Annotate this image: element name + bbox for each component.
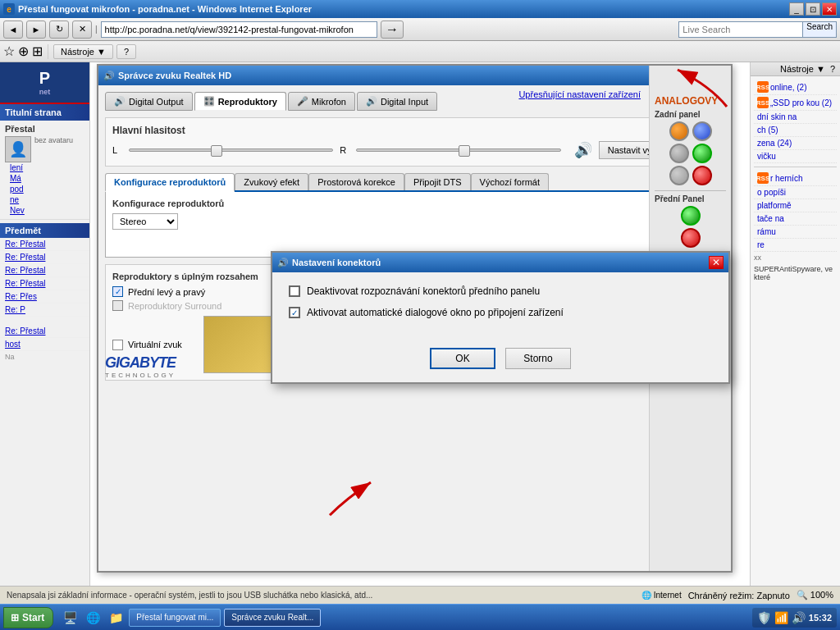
stop-button[interactable]: ✕ <box>72 21 92 39</box>
search-button[interactable]: Search <box>802 22 836 37</box>
help-icon[interactable]: ? <box>830 64 835 74</box>
tab-digital-input[interactable]: 🔊 Digital Input <box>357 92 437 111</box>
right-item-10[interactable]: tače na <box>754 212 837 226</box>
sidebar-hosted[interactable]: host <box>0 338 89 351</box>
settings-link[interactable]: Upřesňující nastavení zařízení <box>518 89 641 99</box>
avatar-label: bez avataru <box>34 136 73 162</box>
taskbar: ⊞ Start 🖥️ 🌐 📁 Přestal fungovat mi... Sp… <box>0 604 840 630</box>
front-connector-red <box>681 228 701 248</box>
sidebar-item-3[interactable]: Re: Přestal <box>0 264 89 277</box>
left-slider-thumb[interactable] <box>211 145 222 157</box>
forward-button[interactable]: ► <box>26 21 46 39</box>
refresh-button[interactable]: ↻ <box>49 21 69 39</box>
virtual-sound-label: Virtuální zvuk <box>128 340 182 349</box>
right-slider-thumb[interactable] <box>459 145 470 157</box>
gigabyte-sub: TECHNOLOGY <box>105 372 176 379</box>
start-button[interactable]: ⊞ Start <box>3 607 53 628</box>
settings-tab-prostorova[interactable]: Prostorová korekce <box>308 173 404 190</box>
gigabyte-text: GIGABYTE <box>105 354 176 372</box>
add-favorites[interactable]: ⊕ <box>18 43 29 59</box>
volume-tray-icon[interactable]: 🔊 <box>792 611 806 624</box>
search-input[interactable] <box>679 22 802 37</box>
sidebar-item-6[interactable]: Re: P <box>0 304 89 317</box>
right-item-12[interactable]: re <box>754 239 837 252</box>
tools-button[interactable]: Nástroje ▼ <box>53 44 113 59</box>
tab-mikrofon[interactable]: 🎤 Mikrofon <box>288 92 355 111</box>
close-button[interactable]: ✕ <box>822 2 837 16</box>
dialog-cancel-button[interactable]: Storno <box>505 348 571 369</box>
right-item-6[interactable]: vičku <box>754 150 837 163</box>
virtual-sound-checkbox[interactable] <box>112 340 123 350</box>
tools-label[interactable]: Nástroje ▼ <box>780 64 825 74</box>
dialog-option2-label: Aktivovat automatické dialogové okno po … <box>307 307 564 318</box>
surround-checkbox[interactable] <box>112 300 123 311</box>
right-slider[interactable] <box>356 148 560 152</box>
user-link-1[interactable]: lení <box>5 162 84 173</box>
back-connectors-row2 <box>655 144 726 163</box>
dialog-checkbox2[interactable] <box>289 307 300 318</box>
favorites-star[interactable]: ☆ <box>3 43 15 59</box>
taskbar-window2[interactable]: Správce zvuku Realt... <box>224 609 321 627</box>
show-desktop-btn[interactable]: 🖥️ <box>60 608 80 628</box>
minimize-button[interactable]: _ <box>789 2 804 16</box>
settings-tab-dts[interactable]: Připojit DTS <box>404 173 471 190</box>
folder-btn[interactable]: 📁 <box>106 608 126 628</box>
dialog-ok-button[interactable]: OK <box>430 348 495 369</box>
site-logo[interactable]: P net <box>0 62 89 104</box>
connector-green <box>692 144 712 163</box>
go-button[interactable]: → <box>381 21 404 39</box>
browser-titlebar: e Přestal fungovat mikrofon - poradna.ne… <box>0 0 840 18</box>
address-bar[interactable] <box>101 21 377 38</box>
left-slider[interactable] <box>129 148 333 152</box>
separator <box>48 44 48 59</box>
left-label: L <box>112 145 122 155</box>
logo-sub: net <box>3 88 86 96</box>
sidebar-item-1[interactable]: Re: Přestal <box>0 238 89 251</box>
right-item-8[interactable]: o popíši <box>754 186 837 199</box>
right-item-1[interactable]: RSS online, (2) <box>754 80 837 95</box>
windows-logo: ⊞ <box>11 612 19 623</box>
right-item-7[interactable]: RSS r herních <box>754 171 837 186</box>
right-item-11[interactable]: rámu <box>754 226 837 239</box>
config-dropdown[interactable]: Stereo <box>112 213 178 230</box>
dialog-close-button[interactable]: ✕ <box>709 256 724 269</box>
user-link-2[interactable]: Má <box>5 173 84 184</box>
front-speakers-checkbox[interactable] <box>112 286 123 297</box>
rss-icon-2: RSS <box>757 97 769 108</box>
ie-quick-btn[interactable]: 🌐 <box>83 608 103 628</box>
restore-button[interactable]: ⊡ <box>806 2 820 16</box>
dialog-icon: 🔊 <box>277 258 289 268</box>
right-item-9[interactable]: platformě <box>754 199 837 212</box>
back-button[interactable]: ◄ <box>3 21 23 39</box>
user-link-3[interactable]: pod <box>5 184 84 194</box>
tab-digital-output[interactable]: 🔊 Digital Output <box>105 92 193 111</box>
sidebar-item-2[interactable]: Re: Přestal <box>0 251 89 264</box>
right-item-3[interactable]: dní skin na <box>754 111 837 124</box>
user-link-4[interactable]: ne <box>5 194 84 205</box>
settings-tab-config[interactable]: Konfigurace reproduktorů <box>105 173 235 192</box>
settings-tab-format[interactable]: Výchozí formát <box>471 173 549 190</box>
sidebar-item-bottom[interactable]: Re: Přestal <box>0 325 89 338</box>
dialog-content: Deaktivovat rozpoznávání konektorů předn… <box>272 272 728 341</box>
taskbar-window1[interactable]: Přestal fungovat mi... <box>129 609 221 627</box>
user-info: 👤 bez avataru <box>5 136 84 162</box>
reproduktory-icon: 🎛️ <box>203 96 215 107</box>
user-link-5[interactable]: Nev <box>5 205 84 216</box>
sidebar-item-5[interactable]: Re: Přes <box>0 290 89 304</box>
help-button[interactable]: ? <box>116 44 136 59</box>
search-bar: Search <box>678 21 837 38</box>
right-item-2[interactable]: RSS „SSD pro kou (2) <box>754 95 837 111</box>
front-speakers-label: Přední levý a pravý <box>128 287 205 297</box>
internet-icon: 🌐 <box>641 591 651 600</box>
volume-icon: 🔊 <box>574 141 592 159</box>
tools-bar: Nástroje ▼ ? <box>751 62 840 76</box>
right-item-5[interactable]: zena (24) <box>754 137 837 150</box>
connector-gray2 <box>669 166 689 185</box>
dialog-checkbox1[interactable] <box>289 285 300 297</box>
tab-reproduktory[interactable]: 🎛️ Reproduktory <box>194 92 286 111</box>
grid-icon[interactable]: ⊞ <box>32 43 43 59</box>
content-area: 🔊 Správce zvuku Realtek HD _ ⊡ ✕ Upřesňu… <box>90 62 750 586</box>
settings-tab-effect[interactable]: Zvukový efekt <box>235 173 308 190</box>
sidebar-item-4[interactable]: Re: Přestal <box>0 277 89 290</box>
right-item-4[interactable]: ch (5) <box>754 124 837 137</box>
